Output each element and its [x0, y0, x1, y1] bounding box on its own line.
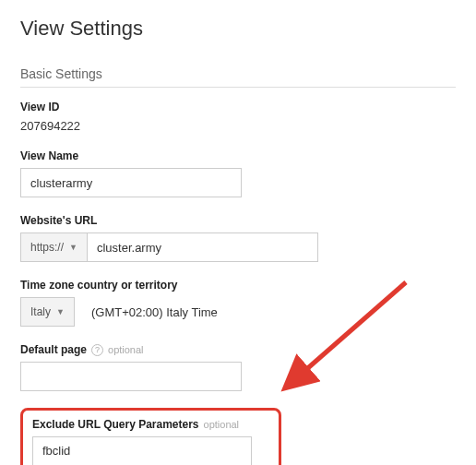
- default-page-optional: optional: [108, 344, 144, 355]
- view-name-field: View Name: [20, 149, 456, 197]
- help-icon[interactable]: ?: [91, 344, 103, 356]
- exclude-query-optional: optional: [204, 419, 240, 430]
- chevron-down-icon: ▼: [69, 243, 77, 252]
- page-title: View Settings: [20, 17, 456, 41]
- website-url-label: Website's URL: [20, 214, 456, 227]
- website-url-input[interactable]: [88, 232, 318, 262]
- default-page-field: Default page ? optional: [20, 343, 456, 391]
- default-page-label: Default page: [20, 343, 87, 356]
- basic-settings-header: Basic Settings: [20, 66, 456, 88]
- view-name-label: View Name: [20, 149, 456, 162]
- timezone-country-value: Italy: [30, 305, 51, 318]
- default-page-input[interactable]: [20, 362, 242, 391]
- chevron-down-icon: ▼: [56, 307, 65, 316]
- timezone-country-dropdown[interactable]: Italy ▼: [20, 297, 75, 327]
- exclude-query-label: Exclude URL Query Parameters: [32, 418, 199, 431]
- view-id-value: 207694222: [20, 119, 456, 133]
- exclude-query-highlight: Exclude URL Query Parameters optional: [20, 408, 281, 465]
- timezone-display: (GMT+02:00) Italy Time: [91, 305, 218, 319]
- timezone-label: Time zone country or territory: [20, 279, 456, 292]
- timezone-field: Time zone country or territory Italy ▼ (…: [20, 279, 456, 327]
- exclude-query-input[interactable]: [32, 436, 252, 465]
- view-id-label: View ID: [20, 101, 456, 113]
- protocol-dropdown[interactable]: https:// ▼: [20, 232, 88, 262]
- protocol-value: https://: [30, 241, 64, 254]
- view-name-input[interactable]: [20, 168, 242, 197]
- website-url-field: Website's URL https:// ▼: [20, 214, 456, 262]
- view-id-field: View ID 207694222: [20, 101, 456, 133]
